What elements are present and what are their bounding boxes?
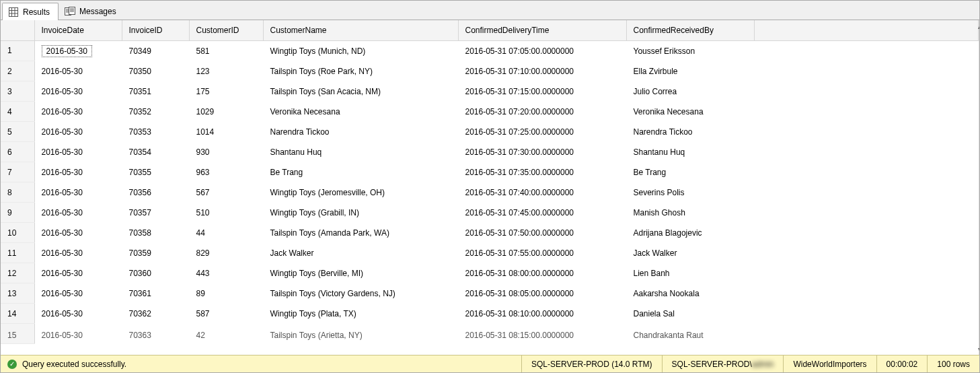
cell-customer-name[interactable]: Tailspin Toys (Victory Gardens, NJ) (263, 283, 458, 304)
cell-confirmed-received-by[interactable]: Youssef Eriksson (626, 40, 754, 61)
cell-confirmed-delivery-time[interactable]: 2016-05-31 08:05:00.0000000 (458, 283, 626, 304)
cell-invoice-date[interactable]: 2016-05-30 (34, 81, 122, 102)
cell-confirmed-delivery-time[interactable]: 2016-05-31 07:10:00.0000000 (458, 61, 626, 81)
cell-confirmed-received-by[interactable]: Narendra Tickoo (626, 122, 754, 142)
table-row[interactable]: 12016-05-3070349581Wingtip Toys (Munich,… (1, 40, 979, 61)
cell-confirmed-received-by[interactable]: Manish Ghosh (626, 203, 754, 223)
cell-customer-name[interactable]: Tailspin Toys (San Acacia, NM) (263, 81, 458, 102)
table-row[interactable]: 152016-05-307036342Tailspin Toys (Ariett… (1, 324, 979, 344)
cell-invoice-date[interactable]: 2016-05-30 (34, 243, 122, 263)
cell-confirmed-received-by[interactable]: Aakarsha Nookala (626, 283, 754, 304)
cell-confirmed-delivery-time[interactable]: 2016-05-31 08:00:00.0000000 (458, 263, 626, 283)
tab-results[interactable]: Results (2, 3, 59, 20)
cell-customer-id[interactable]: 1029 (189, 102, 263, 122)
cell-invoice-date[interactable]: 2016-05-30 (34, 142, 122, 162)
cell-invoice-id[interactable]: 70361 (122, 283, 189, 304)
cell-invoice-date[interactable]: 2016-05-30 (34, 122, 122, 142)
cell-customer-id[interactable]: 829 (189, 243, 263, 263)
cell-invoice-id[interactable]: 70359 (122, 243, 189, 263)
table-row[interactable]: 142016-05-3070362587Wingtip Toys (Plata,… (1, 304, 979, 324)
cell-confirmed-delivery-time[interactable]: 2016-05-31 07:30:00.0000000 (458, 142, 626, 162)
cell-confirmed-delivery-time[interactable]: 2016-05-31 07:45:00.0000000 (458, 203, 626, 223)
table-row[interactable]: 72016-05-3070355963Be Trang2016-05-31 07… (1, 162, 979, 182)
cell-confirmed-received-by[interactable]: Be Trang (626, 162, 754, 182)
rownum-header[interactable] (1, 20, 34, 40)
cell-confirmed-delivery-time[interactable]: 2016-05-31 07:25:00.0000000 (458, 122, 626, 142)
cell-invoice-id[interactable]: 70350 (122, 61, 189, 81)
cell-confirmed-delivery-time[interactable]: 2016-05-31 08:15:00.0000000 (458, 324, 626, 344)
rownum[interactable]: 14 (1, 304, 34, 324)
cell-confirmed-received-by[interactable]: Lien Banh (626, 263, 754, 283)
cell-invoice-id[interactable]: 70354 (122, 142, 189, 162)
table-row[interactable]: 92016-05-3070357510Wingtip Toys (Grabill… (1, 203, 979, 223)
col-header-invoice-date[interactable]: InvoiceDate (34, 20, 122, 40)
table-row[interactable]: 102016-05-307035844Tailspin Toys (Amanda… (1, 223, 979, 243)
rownum[interactable]: 11 (1, 243, 34, 263)
cell-customer-name[interactable]: Tailspin Toys (Arietta, NY) (263, 324, 458, 344)
cell-customer-name[interactable]: Shantanu Huq (263, 142, 458, 162)
table-row[interactable]: 52016-05-30703531014Narendra Tickoo2016-… (1, 122, 979, 142)
cell-customer-id[interactable]: 89 (189, 283, 263, 304)
cell-invoice-id[interactable]: 70351 (122, 81, 189, 102)
cell-invoice-date[interactable]: 2016-05-30 (34, 263, 122, 283)
cell-confirmed-received-by[interactable]: Chandrakanta Raut (626, 324, 754, 344)
cell-invoice-id[interactable]: 70356 (122, 182, 189, 203)
cell-confirmed-received-by[interactable]: Veronika Necesana (626, 102, 754, 122)
table-row[interactable]: 42016-05-30703521029Veronika Necesana201… (1, 102, 979, 122)
col-header-customer-name[interactable]: CustomerName (263, 20, 458, 40)
table-row[interactable]: 82016-05-3070356567Wingtip Toys (Jeromes… (1, 182, 979, 203)
cell-confirmed-received-by[interactable]: Shantanu Huq (626, 142, 754, 162)
table-row[interactable]: 22016-05-3070350123Tailspin Toys (Roe Pa… (1, 61, 979, 81)
cell-customer-name[interactable]: Veronika Necesana (263, 102, 458, 122)
cell-invoice-date[interactable]: 2016-05-30 (34, 40, 122, 61)
cell-customer-id[interactable]: 930 (189, 142, 263, 162)
cell-confirmed-received-by[interactable]: Jack Walker (626, 243, 754, 263)
cell-confirmed-delivery-time[interactable]: 2016-05-31 07:55:00.0000000 (458, 243, 626, 263)
table-row[interactable]: 112016-05-3070359829Jack Walker2016-05-3… (1, 243, 979, 263)
cell-customer-id[interactable]: 123 (189, 61, 263, 81)
cell-customer-id[interactable]: 510 (189, 203, 263, 223)
cell-invoice-date[interactable]: 2016-05-30 (34, 203, 122, 223)
vertical-scrollbar[interactable]: ▴ ▾ (979, 20, 979, 355)
col-header-confirmed-received-by[interactable]: ConfirmedReceivedBy (626, 20, 754, 40)
cell-customer-id[interactable]: 567 (189, 182, 263, 203)
rownum[interactable]: 9 (1, 203, 34, 223)
cell-invoice-id[interactable]: 70355 (122, 162, 189, 182)
cell-customer-name[interactable]: Tailspin Toys (Roe Park, NY) (263, 61, 458, 81)
cell-customer-id[interactable]: 44 (189, 223, 263, 243)
rownum[interactable]: 12 (1, 263, 34, 283)
cell-invoice-id[interactable]: 70360 (122, 263, 189, 283)
cell-customer-name[interactable]: Wingtip Toys (Berville, MI) (263, 263, 458, 283)
cell-customer-id[interactable]: 443 (189, 263, 263, 283)
cell-confirmed-delivery-time[interactable]: 2016-05-31 07:20:00.0000000 (458, 102, 626, 122)
results-grid[interactable]: InvoiceDate InvoiceID CustomerID Custome… (1, 20, 979, 355)
rownum[interactable]: 5 (1, 122, 34, 142)
cell-invoice-date[interactable]: 2016-05-30 (34, 102, 122, 122)
cell-confirmed-delivery-time[interactable]: 2016-05-31 08:10:00.0000000 (458, 304, 626, 324)
cell-customer-name[interactable]: Jack Walker (263, 243, 458, 263)
cell-invoice-date[interactable]: 2016-05-30 (34, 182, 122, 203)
cell-customer-name[interactable]: Wingtip Toys (Jeromesville, OH) (263, 182, 458, 203)
rownum[interactable]: 1 (1, 40, 34, 61)
cell-customer-id[interactable]: 581 (189, 40, 263, 61)
cell-invoice-date[interactable]: 2016-05-30 (34, 304, 122, 324)
rownum[interactable]: 13 (1, 283, 34, 304)
cell-confirmed-received-by[interactable]: Daniela Sal (626, 304, 754, 324)
cell-invoice-id[interactable]: 70362 (122, 304, 189, 324)
table-row[interactable]: 122016-05-3070360443Wingtip Toys (Bervil… (1, 263, 979, 283)
col-header-invoice-id[interactable]: InvoiceID (122, 20, 189, 40)
tab-messages[interactable]: Messages (59, 3, 125, 20)
cell-customer-name[interactable]: Wingtip Toys (Plata, TX) (263, 304, 458, 324)
cell-confirmed-delivery-time[interactable]: 2016-05-31 07:35:00.0000000 (458, 162, 626, 182)
cell-invoice-id[interactable]: 70349 (122, 40, 189, 61)
cell-confirmed-delivery-time[interactable]: 2016-05-31 07:05:00.0000000 (458, 40, 626, 61)
cell-customer-name[interactable]: Wingtip Toys (Grabill, IN) (263, 203, 458, 223)
cell-confirmed-delivery-time[interactable]: 2016-05-31 07:40:00.0000000 (458, 182, 626, 203)
rownum[interactable]: 15 (1, 324, 34, 344)
cell-invoice-date[interactable]: 2016-05-30 (34, 162, 122, 182)
rownum[interactable]: 2 (1, 61, 34, 81)
table-row[interactable]: 132016-05-307036189Tailspin Toys (Victor… (1, 283, 979, 304)
table-row[interactable]: 62016-05-3070354930Shantanu Huq2016-05-3… (1, 142, 979, 162)
cell-customer-id[interactable]: 42 (189, 324, 263, 344)
cell-confirmed-received-by[interactable]: Julio Correa (626, 81, 754, 102)
